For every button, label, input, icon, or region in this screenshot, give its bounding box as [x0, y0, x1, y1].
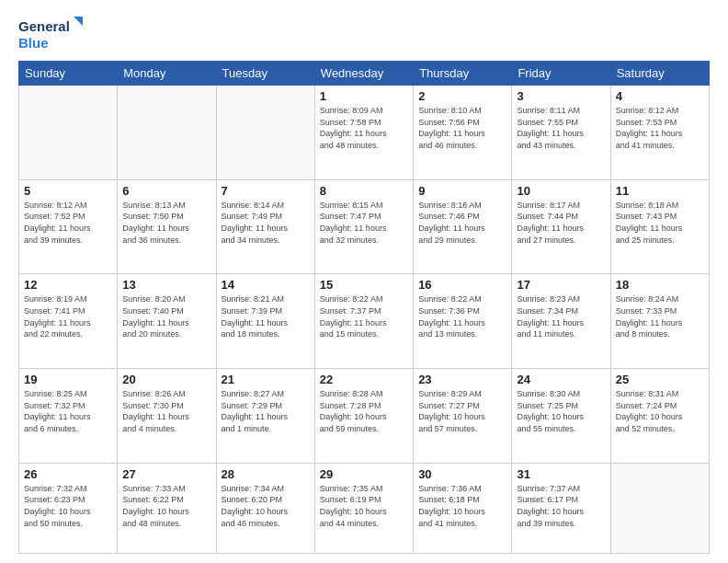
day-number: 27	[122, 467, 210, 481]
day-info: Sunrise: 8:23 AM Sunset: 7:34 PM Dayligh…	[517, 293, 605, 339]
day-number: 22	[320, 373, 408, 386]
day-number: 4	[616, 89, 704, 103]
svg-text:General: General	[18, 18, 70, 34]
day-info: Sunrise: 7:35 AM Sunset: 6:19 PM Dayligh…	[320, 483, 408, 529]
calendar-cell: 29Sunrise: 7:35 AM Sunset: 6:19 PM Dayli…	[314, 463, 413, 553]
week-row-4: 26Sunrise: 7:32 AM Sunset: 6:23 PM Dayli…	[19, 463, 710, 553]
calendar-cell: 11Sunrise: 8:18 AM Sunset: 7:43 PM Dayli…	[610, 179, 709, 274]
calendar-cell: 24Sunrise: 8:30 AM Sunset: 7:25 PM Dayli…	[512, 369, 610, 464]
weekday-header-thursday: Thursday	[414, 62, 512, 86]
day-number: 2	[418, 89, 506, 103]
day-info: Sunrise: 8:18 AM Sunset: 7:43 PM Dayligh…	[616, 200, 704, 246]
calendar-cell: 23Sunrise: 8:29 AM Sunset: 7:27 PM Dayli…	[414, 369, 512, 464]
calendar-cell: 14Sunrise: 8:21 AM Sunset: 7:39 PM Dayli…	[216, 274, 314, 369]
header: General Blue	[18, 15, 710, 53]
day-number: 31	[517, 467, 605, 481]
day-info: Sunrise: 8:22 AM Sunset: 7:36 PM Dayligh…	[418, 293, 506, 339]
day-info: Sunrise: 8:30 AM Sunset: 7:25 PM Dayligh…	[517, 388, 605, 434]
day-info: Sunrise: 8:10 AM Sunset: 7:56 PM Dayligh…	[418, 105, 506, 151]
day-number: 13	[122, 278, 210, 292]
day-number: 20	[122, 373, 210, 386]
day-number: 7	[222, 184, 310, 198]
calendar-cell: 31Sunrise: 7:37 AM Sunset: 6:17 PM Dayli…	[512, 463, 610, 553]
day-number: 5	[24, 184, 112, 198]
day-number: 26	[24, 467, 112, 481]
weekday-header-sunday: Sunday	[19, 62, 118, 86]
calendar-cell: 17Sunrise: 8:23 AM Sunset: 7:34 PM Dayli…	[512, 274, 610, 369]
calendar-cell: 13Sunrise: 8:20 AM Sunset: 7:40 PM Dayli…	[118, 274, 216, 369]
calendar-cell: 5Sunrise: 8:12 AM Sunset: 7:52 PM Daylig…	[19, 179, 118, 274]
day-info: Sunrise: 8:26 AM Sunset: 7:30 PM Dayligh…	[122, 388, 210, 434]
calendar-cell: 8Sunrise: 8:15 AM Sunset: 7:47 PM Daylig…	[314, 179, 413, 274]
day-info: Sunrise: 8:29 AM Sunset: 7:27 PM Dayligh…	[418, 388, 506, 434]
day-info: Sunrise: 8:09 AM Sunset: 7:58 PM Dayligh…	[320, 105, 408, 151]
calendar-cell: 6Sunrise: 8:13 AM Sunset: 7:50 PM Daylig…	[118, 179, 216, 274]
calendar-cell: 22Sunrise: 8:28 AM Sunset: 7:28 PM Dayli…	[314, 369, 413, 464]
calendar-cell: 27Sunrise: 7:33 AM Sunset: 6:22 PM Dayli…	[118, 463, 216, 553]
day-number: 1	[320, 89, 408, 103]
day-number: 23	[418, 373, 506, 386]
day-number: 16	[418, 278, 506, 292]
svg-text:Blue: Blue	[18, 35, 49, 51]
svg-marker-2	[74, 17, 83, 26]
day-info: Sunrise: 8:24 AM Sunset: 7:33 PM Dayligh…	[616, 293, 704, 339]
calendar-table: SundayMondayTuesdayWednesdayThursdayFrid…	[18, 61, 710, 554]
calendar-cell: 4Sunrise: 8:12 AM Sunset: 7:53 PM Daylig…	[610, 86, 709, 180]
week-row-3: 19Sunrise: 8:25 AM Sunset: 7:32 PM Dayli…	[19, 369, 710, 464]
page: General Blue SundayMondayTuesdayWednesda…	[0, 0, 728, 563]
day-info: Sunrise: 8:12 AM Sunset: 7:53 PM Dayligh…	[616, 105, 704, 151]
calendar-cell: 1Sunrise: 8:09 AM Sunset: 7:58 PM Daylig…	[314, 86, 413, 180]
logo-svg: General Blue	[18, 15, 83, 53]
calendar-cell: 3Sunrise: 8:11 AM Sunset: 7:55 PM Daylig…	[512, 86, 610, 180]
calendar-cell: 25Sunrise: 8:31 AM Sunset: 7:24 PM Dayli…	[610, 369, 709, 464]
day-number: 30	[418, 467, 506, 481]
day-info: Sunrise: 8:15 AM Sunset: 7:47 PM Dayligh…	[320, 200, 408, 246]
calendar-cell: 16Sunrise: 8:22 AM Sunset: 7:36 PM Dayli…	[414, 274, 512, 369]
day-number: 24	[517, 373, 605, 386]
day-number: 14	[222, 278, 310, 292]
day-info: Sunrise: 7:37 AM Sunset: 6:17 PM Dayligh…	[517, 483, 605, 529]
day-info: Sunrise: 8:13 AM Sunset: 7:50 PM Dayligh…	[122, 200, 210, 246]
day-info: Sunrise: 8:27 AM Sunset: 7:29 PM Dayligh…	[222, 388, 310, 434]
day-info: Sunrise: 8:17 AM Sunset: 7:44 PM Dayligh…	[517, 200, 605, 246]
calendar-cell: 26Sunrise: 7:32 AM Sunset: 6:23 PM Dayli…	[19, 463, 118, 553]
day-info: Sunrise: 8:14 AM Sunset: 7:49 PM Dayligh…	[222, 200, 310, 246]
day-info: Sunrise: 8:16 AM Sunset: 7:46 PM Dayligh…	[418, 200, 506, 246]
calendar-cell: 12Sunrise: 8:19 AM Sunset: 7:41 PM Dayli…	[19, 274, 118, 369]
calendar-cell: 10Sunrise: 8:17 AM Sunset: 7:44 PM Dayli…	[512, 179, 610, 274]
day-info: Sunrise: 8:22 AM Sunset: 7:37 PM Dayligh…	[320, 293, 408, 339]
calendar-cell	[118, 86, 216, 180]
day-info: Sunrise: 7:32 AM Sunset: 6:23 PM Dayligh…	[24, 483, 112, 529]
day-info: Sunrise: 8:12 AM Sunset: 7:52 PM Dayligh…	[24, 200, 112, 246]
day-info: Sunrise: 7:34 AM Sunset: 6:20 PM Dayligh…	[222, 483, 310, 529]
day-number: 9	[418, 184, 506, 198]
calendar-cell: 15Sunrise: 8:22 AM Sunset: 7:37 PM Dayli…	[314, 274, 413, 369]
weekday-header-row: SundayMondayTuesdayWednesdayThursdayFrid…	[19, 62, 710, 86]
calendar-cell	[19, 86, 118, 180]
day-info: Sunrise: 8:11 AM Sunset: 7:55 PM Dayligh…	[517, 105, 605, 151]
day-number: 18	[616, 278, 704, 292]
calendar-cell: 28Sunrise: 7:34 AM Sunset: 6:20 PM Dayli…	[216, 463, 314, 553]
day-number: 17	[517, 278, 605, 292]
day-number: 3	[517, 89, 605, 103]
day-number: 12	[24, 278, 112, 292]
day-info: Sunrise: 8:20 AM Sunset: 7:40 PM Dayligh…	[122, 293, 210, 339]
calendar-cell: 21Sunrise: 8:27 AM Sunset: 7:29 PM Dayli…	[216, 369, 314, 464]
day-number: 21	[222, 373, 310, 386]
calendar-cell: 18Sunrise: 8:24 AM Sunset: 7:33 PM Dayli…	[610, 274, 709, 369]
calendar-cell	[216, 86, 314, 180]
calendar-cell	[610, 463, 709, 553]
logo: General Blue	[18, 15, 83, 53]
day-number: 10	[517, 184, 605, 198]
day-number: 15	[320, 278, 408, 292]
calendar-cell: 9Sunrise: 8:16 AM Sunset: 7:46 PM Daylig…	[414, 179, 512, 274]
calendar-cell: 30Sunrise: 7:36 AM Sunset: 6:18 PM Dayli…	[414, 463, 512, 553]
weekday-header-monday: Monday	[118, 62, 216, 86]
day-info: Sunrise: 8:19 AM Sunset: 7:41 PM Dayligh…	[24, 293, 112, 339]
day-number: 19	[24, 373, 112, 386]
day-info: Sunrise: 7:36 AM Sunset: 6:18 PM Dayligh…	[418, 483, 506, 529]
weekday-header-wednesday: Wednesday	[314, 62, 413, 86]
day-number: 8	[320, 184, 408, 198]
week-row-2: 12Sunrise: 8:19 AM Sunset: 7:41 PM Dayli…	[19, 274, 710, 369]
day-number: 29	[320, 467, 408, 481]
